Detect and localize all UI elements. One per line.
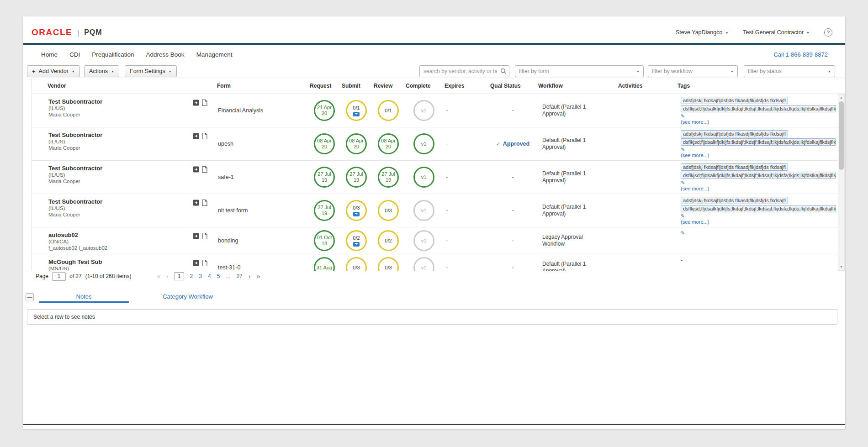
- tag-chip[interactable]: adsfjdskj fkdsajfljdsfjds flkasdjflkjdsf…: [681, 163, 788, 171]
- review-status-circle[interactable]: 0/1: [378, 100, 399, 121]
- vendor-name[interactable]: McGough Test Sub: [48, 258, 212, 265]
- table-row[interactable]: Test Subcontractor(IL/US)Maria Cooperupe…: [32, 127, 838, 161]
- table-row[interactable]: Test Subcontractor(IL/US)Maria CooperFin…: [32, 94, 838, 127]
- request-status-circle[interactable]: 27 Jul 19: [314, 200, 335, 221]
- submit-status-circle[interactable]: 08 Apr 20: [346, 133, 367, 154]
- edit-tags-icon[interactable]: ✎: [681, 180, 836, 185]
- request-status-circle[interactable]: 08 Apr 20: [314, 133, 335, 154]
- review-status-circle[interactable]: 0/2: [378, 230, 399, 251]
- tag-chip[interactable]: dsflkjsd;fljdsalkfjdkljfs;lkdajf;lkdsjf;…: [681, 205, 836, 212]
- page-link-current[interactable]: 1: [175, 272, 184, 280]
- add-vendor-button[interactable]: + Add Vendor ▼: [27, 65, 80, 77]
- column-header-activities[interactable]: Activities: [617, 83, 676, 89]
- document-icon[interactable]: [202, 100, 207, 106]
- page-link-5[interactable]: 5: [217, 273, 220, 279]
- filter-by-form-dropdown[interactable]: filter by form ▼: [515, 65, 644, 77]
- column-header-workflow[interactable]: Workflow: [537, 83, 617, 89]
- complete-status-circle[interactable]: v1: [413, 100, 434, 121]
- page-link-3[interactable]: 3: [199, 273, 202, 279]
- tag-chip[interactable]: adsfjdskj fkdsajfljdsfjds flkasdjflkjdsf…: [681, 197, 788, 204]
- tag-chip[interactable]: dsflkjsd;fljdsalkfjdkljfs;lkdajf;lkdsjf;…: [681, 138, 836, 146]
- column-header-complete[interactable]: Complete: [404, 83, 443, 89]
- scroll-up-icon[interactable]: ▲: [838, 95, 844, 101]
- complete-status-circle[interactable]: v1: [413, 257, 434, 271]
- request-status-circle[interactable]: 01 Oct 18: [314, 230, 335, 251]
- review-status-circle[interactable]: 27 Jul 19: [378, 167, 399, 188]
- nav-item-home[interactable]: Home: [41, 51, 58, 58]
- see-more-link[interactable]: (see more...): [681, 219, 836, 225]
- organization-menu[interactable]: Test General Contractor ▼: [743, 29, 810, 36]
- tab-category-workflow[interactable]: Category Workflow: [147, 292, 229, 303]
- form-name[interactable]: bonding: [212, 237, 308, 244]
- table-row[interactable]: Test Subcontractor(IL/US)Maria Coopernit…: [32, 194, 838, 227]
- form-name[interactable]: nit test form: [212, 207, 308, 214]
- form-name[interactable]: Financial Analysis: [212, 107, 308, 114]
- submit-status-circle[interactable]: 0/3: [346, 200, 367, 221]
- document-icon[interactable]: [202, 260, 207, 266]
- vendor-name[interactable]: Test Subcontractor: [48, 131, 212, 138]
- column-header-request[interactable]: Request: [308, 83, 340, 89]
- scrollbar-thumb[interactable]: [839, 101, 844, 170]
- see-more-link[interactable]: (see more...): [681, 119, 836, 125]
- document-icon[interactable]: [202, 133, 207, 139]
- complete-status-circle[interactable]: v1: [413, 200, 434, 221]
- review-status-circle[interactable]: 0/3: [378, 200, 399, 221]
- request-status-circle[interactable]: 31 Aug: [314, 257, 335, 271]
- tag-chip[interactable]: dsflkjsd;fljdsalkfjdkljfs;lkdajf;lkdsjf;…: [681, 105, 836, 112]
- tag-chip[interactable]: adsfjdskj fkdsajfljdsfjds flkasdjflkjdsf…: [681, 130, 788, 137]
- vendor-name[interactable]: Test Subcontractor: [48, 165, 212, 172]
- first-page-icon[interactable]: «: [157, 273, 160, 280]
- previous-page-icon[interactable]: ‹: [166, 273, 169, 280]
- tag-chip[interactable]: dsflkjsd;fljdsalkfjdkljfs;lkdajf;lkdsjf;…: [681, 172, 836, 179]
- see-more-link[interactable]: (see more...): [681, 152, 836, 158]
- edit-tags-icon[interactable]: ✎: [681, 113, 836, 119]
- vendor-name[interactable]: Test Subcontractor: [48, 198, 212, 205]
- submit-status-circle[interactable]: 0/2: [346, 230, 367, 251]
- form-name[interactable]: upesh: [212, 141, 308, 147]
- column-header-review[interactable]: Review: [372, 83, 404, 89]
- column-header-tags[interactable]: Tags: [676, 83, 838, 89]
- document-icon[interactable]: [202, 233, 207, 239]
- nav-item-address-book[interactable]: Address Book: [146, 51, 185, 58]
- nav-item-cdi[interactable]: CDI: [69, 51, 80, 58]
- scroll-down-icon[interactable]: ▼: [838, 264, 844, 270]
- help-icon[interactable]: ?: [824, 28, 832, 37]
- edit-tags-icon[interactable]: ✎: [681, 147, 836, 152]
- view-form-icon[interactable]: [193, 200, 199, 206]
- view-form-icon[interactable]: [193, 133, 199, 139]
- table-row[interactable]: Test Subcontractor(IL/US)Maria Coopersaf…: [32, 161, 838, 194]
- view-form-icon[interactable]: [193, 233, 199, 239]
- column-header-expires[interactable]: Expires: [443, 83, 489, 89]
- collapse-panel-button[interactable]: —: [26, 293, 34, 301]
- page-link-2[interactable]: 2: [190, 273, 193, 279]
- complete-status-circle[interactable]: v1: [413, 167, 434, 188]
- column-header-vendor[interactable]: Vendor: [32, 83, 212, 89]
- next-page-icon[interactable]: ›: [249, 273, 251, 280]
- view-form-icon[interactable]: [193, 166, 199, 173]
- request-status-circle[interactable]: 21 Apr 20: [314, 100, 335, 121]
- form-name[interactable]: test-31-0: [212, 264, 308, 271]
- complete-status-circle[interactable]: v1: [413, 133, 434, 154]
- see-more-link[interactable]: (see more...): [681, 185, 836, 192]
- form-name[interactable]: safe-1: [212, 174, 308, 180]
- edit-tags-icon[interactable]: ✎: [681, 230, 836, 236]
- column-header-qual-status[interactable]: Qual Status: [489, 83, 537, 89]
- column-header-form[interactable]: Form: [212, 83, 308, 89]
- filter-by-workflow-dropdown[interactable]: filter by workflow ▼: [648, 65, 738, 77]
- table-scrollbar[interactable]: ▲ ▼: [838, 94, 845, 271]
- nav-item-prequalification[interactable]: Prequalification: [92, 51, 134, 58]
- view-form-icon[interactable]: [193, 100, 199, 106]
- page-link-4[interactable]: 4: [208, 273, 211, 279]
- complete-status-circle[interactable]: v1: [413, 230, 434, 251]
- view-form-icon[interactable]: [193, 260, 199, 266]
- review-status-circle[interactable]: 08 Apr 20: [378, 133, 399, 154]
- vendor-name[interactable]: Test Subcontractor: [48, 98, 212, 105]
- call-phone-link[interactable]: Call 1-866-839-8872: [773, 51, 828, 58]
- vendor-name[interactable]: autosub02: [48, 231, 212, 238]
- request-status-circle[interactable]: 27 Jul 19: [314, 167, 335, 188]
- document-icon[interactable]: [202, 200, 207, 206]
- last-page-icon[interactable]: »: [256, 273, 260, 280]
- nav-item-management[interactable]: Management: [196, 51, 233, 58]
- column-header-submit[interactable]: Submit: [340, 83, 372, 89]
- search-icon[interactable]: [500, 68, 507, 76]
